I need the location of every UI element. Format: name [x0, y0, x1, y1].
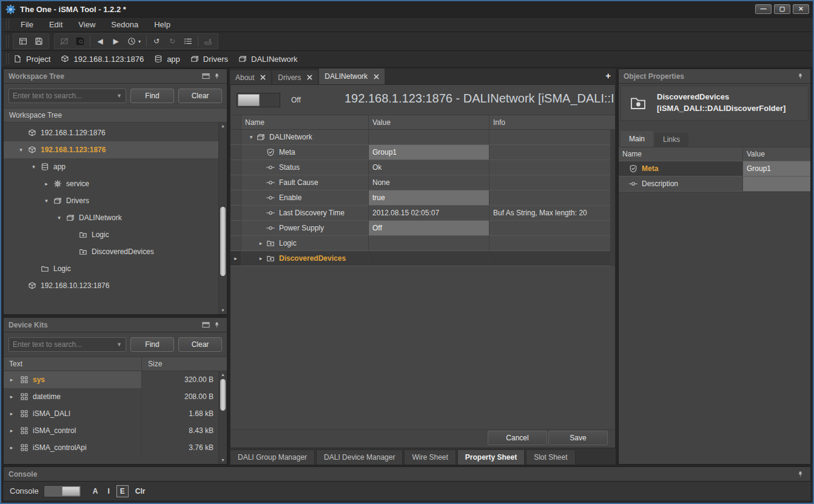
edit-off-button[interactable]: [56, 34, 72, 49]
kit-name-cell[interactable]: ▸iSMA_controlApi: [4, 439, 142, 456]
console-filter-a[interactable]: A: [90, 486, 101, 497]
object-tab-main[interactable]: Main: [621, 131, 653, 147]
object-value-cell[interactable]: Group1: [743, 161, 810, 176]
save-button[interactable]: [31, 34, 47, 49]
expander-right-icon[interactable]: ▸: [4, 445, 19, 451]
property-row-fault-cause[interactable]: Fault CauseNone: [230, 175, 615, 190]
pin-icon[interactable]: [795, 72, 806, 81]
list-button[interactable]: [180, 34, 196, 49]
tree-node-192-168-1-129-1876[interactable]: 192.168.1.129:1876: [4, 124, 227, 141]
breadcrumb-item-project[interactable]: Project: [13, 55, 50, 64]
kit-name-cell[interactable]: ▸datetime: [4, 388, 142, 405]
property-value-cell[interactable]: Off: [369, 221, 489, 236]
menu-drag-grip[interactable]: [6, 19, 9, 29]
console-toggle[interactable]: [44, 485, 81, 497]
menu-item-sedona[interactable]: Sedona: [103, 18, 146, 32]
new-tab-icon[interactable]: +: [605, 70, 611, 81]
connection-button[interactable]: [200, 34, 216, 49]
workspace-button[interactable]: [15, 34, 31, 49]
property-row-last-discovery-time[interactable]: Last Discovery Time2012.08.15 02:05:07Bu…: [230, 206, 615, 221]
column-header-text[interactable]: Text: [4, 357, 142, 371]
chevron-down-icon[interactable]: ▼: [116, 341, 122, 348]
menu-item-edit[interactable]: Edit: [41, 18, 70, 32]
float-panel-icon[interactable]: [200, 320, 211, 330]
tab-close-icon[interactable]: [306, 75, 312, 81]
view-tab-property-sheet[interactable]: Property Sheet: [457, 449, 525, 465]
pin-icon[interactable]: [795, 469, 806, 479]
view-tab-dali-group-manager[interactable]: DALI Group Manager: [230, 449, 315, 465]
toggle-thumb[interactable]: [62, 486, 80, 496]
tree-node-dalinetwork[interactable]: ▾DALINetwork: [4, 209, 227, 226]
toggle-thumb[interactable]: [238, 94, 260, 106]
property-row-logic[interactable]: ▸Logic: [230, 236, 615, 251]
tree-node-logic[interactable]: Logic: [4, 260, 227, 277]
tree-node-service[interactable]: ▸service: [4, 175, 227, 192]
history-button[interactable]: ▼: [124, 34, 144, 49]
power-supply-toggle[interactable]: [237, 93, 280, 107]
menu-item-view[interactable]: View: [70, 18, 103, 32]
pin-icon[interactable]: [211, 320, 222, 330]
breadcrumb-item-dalinetwork[interactable]: DALINetwork: [238, 55, 298, 64]
tab-drivers[interactable]: Drivers: [272, 70, 318, 84]
maximize-button[interactable]: ▢: [774, 4, 790, 14]
expander-right-icon[interactable]: ▸: [4, 394, 19, 400]
property-row-dalinetwork[interactable]: ▾DALINetwork: [230, 130, 615, 145]
tab-about[interactable]: About: [230, 70, 271, 84]
tab-dalinetwork[interactable]: DALINetwork: [319, 69, 385, 84]
property-row-meta[interactable]: MetaGroup1: [230, 145, 615, 160]
kit-row-isma_dali[interactable]: ▸iSMA_DALI1.68 kB: [4, 405, 227, 422]
expander-down-icon[interactable]: ▾: [53, 215, 66, 221]
object-row-description[interactable]: Description: [619, 176, 810, 192]
menu-item-help[interactable]: Help: [146, 18, 178, 32]
breadcrumb-item-192-168-1-123-1876[interactable]: 192.168.1.123:1876: [60, 55, 144, 64]
scroll-up-icon[interactable]: ▲: [219, 371, 227, 378]
object-row-meta[interactable]: MetaGroup1: [619, 161, 810, 176]
breadcrumb-drag-grip[interactable]: [6, 53, 9, 64]
expander-right-icon[interactable]: ▸: [40, 181, 53, 187]
property-row-status[interactable]: StatusOk: [230, 160, 615, 175]
tree-node-discovereddevices[interactable]: DiscoveredDevices: [4, 243, 227, 260]
tree-node-logic[interactable]: Logic: [4, 226, 227, 243]
save-button[interactable]: Save: [548, 431, 608, 445]
scroll-thumb[interactable]: [220, 379, 226, 411]
kit-row-datetime[interactable]: ▸datetime208.00 B: [4, 388, 227, 405]
minimize-button[interactable]: —: [755, 4, 772, 14]
clear-button[interactable]: Clear: [178, 89, 222, 103]
toolbar-drag-grip[interactable]: [6, 35, 9, 48]
redo-button[interactable]: ↻: [164, 34, 180, 49]
tree-node-192-168-1-123-1876[interactable]: ▾192.168.1.123:1876: [4, 141, 227, 158]
sheet-scrollbar[interactable]: [610, 130, 615, 266]
chevron-down-icon[interactable]: ▼: [116, 93, 122, 99]
forward-button[interactable]: ▶: [108, 34, 124, 49]
scroll-down-icon[interactable]: ▼: [219, 307, 227, 314]
find-button[interactable]: Find: [130, 89, 174, 103]
tree-node-app[interactable]: ▾app: [4, 158, 227, 175]
menu-item-file[interactable]: File: [13, 18, 41, 32]
expander-right-icon[interactable]: ▸: [4, 411, 19, 417]
expander-down-icon[interactable]: ▾: [27, 164, 40, 170]
expander-down-icon[interactable]: ▾: [40, 198, 53, 204]
object-value-cell[interactable]: [743, 176, 810, 192]
expander-down-icon[interactable]: ▾: [15, 147, 27, 153]
object-tab-links[interactable]: Links: [654, 133, 688, 147]
save-search-button[interactable]: [72, 34, 88, 49]
kits-search-input[interactable]: Enter text to search... ▼: [8, 337, 126, 352]
console-filter-clr[interactable]: Clr: [132, 486, 149, 497]
pin-icon[interactable]: [211, 72, 222, 81]
expander-right-icon[interactable]: ▸: [256, 255, 266, 261]
column-header-size[interactable]: Size: [142, 360, 162, 368]
cancel-button[interactable]: Cancel: [488, 431, 547, 445]
expander-right-icon[interactable]: ▸: [4, 377, 19, 383]
tab-close-icon[interactable]: [373, 73, 379, 79]
property-row-power-supply[interactable]: Power SupplyOff: [230, 221, 615, 236]
property-value-cell[interactable]: Group1: [369, 145, 489, 160]
undo-button[interactable]: ↺: [149, 34, 164, 49]
scroll-down-icon[interactable]: ▼: [219, 457, 227, 464]
expander-right-icon[interactable]: ▸: [4, 428, 19, 434]
float-panel-icon[interactable]: [200, 72, 211, 81]
property-row-enable[interactable]: Enabletrue: [230, 190, 615, 206]
view-tab-wire-sheet[interactable]: Wire Sheet: [404, 449, 456, 465]
tree-node-192-168-10-123-1876[interactable]: 192.168.10.123:1876: [4, 277, 227, 294]
scroll-up-icon[interactable]: ▲: [219, 123, 227, 130]
property-value-cell[interactable]: true: [369, 190, 489, 206]
